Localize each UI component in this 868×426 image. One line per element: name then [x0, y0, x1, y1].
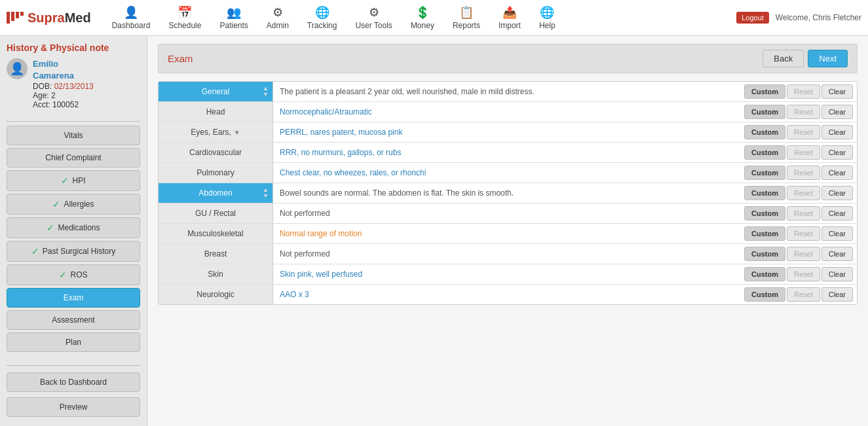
- clear-btn-neurologic[interactable]: Clear: [821, 287, 853, 302]
- sidebar-item-chief-complaint[interactable]: Chief Complaint: [7, 148, 140, 168]
- sidebar-item-hpi[interactable]: ✓HPI: [7, 170, 140, 191]
- exam-actions-gu-rectal: CustomResetClear: [740, 204, 857, 223]
- back-button[interactable]: Back: [763, 50, 804, 67]
- label-text-breast: Breast: [204, 249, 227, 258]
- sidebar-menu: VitalsChief Complaint✓HPI✓Allergies✓Medi…: [7, 126, 140, 355]
- exam-value-text-cardiovascular: RRR, no murmurs, gallops, or rubs: [280, 148, 401, 157]
- exam-label-general[interactable]: General▲▼: [159, 82, 273, 101]
- sidebar-item-past-surgical[interactable]: ✓Past Surgical History: [7, 241, 140, 262]
- clear-btn-breast[interactable]: Clear: [821, 247, 853, 261]
- custom-btn-head[interactable]: Custom: [744, 105, 785, 119]
- label-text-general: General: [202, 87, 230, 96]
- clear-btn-skin[interactable]: Clear: [821, 267, 853, 281]
- reset-btn-skin[interactable]: Reset: [787, 267, 820, 281]
- reset-btn-cardiovascular[interactable]: Reset: [787, 145, 820, 160]
- nav-item-help[interactable]: 🌐Help: [531, 3, 563, 33]
- patients-icon: 👥: [227, 5, 241, 20]
- custom-btn-abdomen[interactable]: Custom: [744, 186, 785, 200]
- nav-label-user-tools: User Tools: [355, 21, 392, 30]
- sidebar-item-plan[interactable]: Plan: [7, 332, 140, 352]
- sidebar-item-exam[interactable]: Exam: [7, 288, 140, 308]
- back-to-dashboard-button[interactable]: Back to Dashboard: [7, 372, 140, 392]
- label-text-pulmonary: Pulmonary: [197, 168, 234, 177]
- custom-btn-gu-rectal[interactable]: Custom: [744, 206, 785, 221]
- exam-label-head[interactable]: Head: [159, 102, 273, 122]
- nav-item-patients[interactable]: 👥Patients: [212, 3, 255, 33]
- custom-btn-musculoskeletal[interactable]: Custom: [744, 226, 785, 241]
- custom-btn-general[interactable]: Custom: [744, 84, 785, 99]
- exam-label-musculoskeletal[interactable]: Musculoskeletal: [159, 224, 273, 243]
- sidebar-item-assessment[interactable]: Assessment: [7, 310, 140, 330]
- reset-btn-abdomen[interactable]: Reset: [787, 186, 820, 200]
- sidebar-label-chief-complaint: Chief Complaint: [45, 153, 101, 162]
- reset-btn-musculoskeletal[interactable]: Reset: [787, 226, 820, 241]
- exam-label-gu-rectal[interactable]: GU / Rectal: [159, 204, 273, 223]
- clear-btn-head[interactable]: Clear: [821, 105, 853, 119]
- patient-details: Emilio Camarena DOB: 02/13/2013 Age: 2 A…: [33, 58, 94, 109]
- clear-btn-cardiovascular[interactable]: Clear: [821, 145, 853, 160]
- clear-btn-abdomen[interactable]: Clear: [821, 186, 853, 200]
- custom-btn-breast[interactable]: Custom: [744, 247, 785, 261]
- nav-item-reports[interactable]: 📋Reports: [445, 3, 488, 33]
- nav-label-schedule: Schedule: [168, 21, 201, 30]
- exam-row-cardiovascular: CardiovascularRRR, no murmurs, gallops, …: [159, 143, 857, 163]
- check-icon-medications: ✓: [47, 222, 54, 233]
- sidebar-item-allergies[interactable]: ✓Allergies: [7, 194, 140, 215]
- exam-actions-skin: CustomResetClear: [740, 264, 857, 284]
- sort-arrows-abdomen: ▲▼: [263, 187, 269, 199]
- exam-label-eyes-ears[interactable]: Eyes, Ears, ▼: [159, 122, 273, 142]
- nav-item-money[interactable]: 💲Money: [403, 3, 442, 33]
- sidebar-item-medications[interactable]: ✓Medications: [7, 217, 140, 238]
- exam-value-text-skin: Skin pink, well perfused: [280, 270, 362, 279]
- reset-btn-breast[interactable]: Reset: [787, 247, 820, 261]
- exam-value-text-eyes-ears: PERRL, nares patent, mucosa pink: [280, 128, 402, 137]
- clear-btn-eyes-ears[interactable]: Clear: [821, 125, 853, 139]
- reset-btn-general[interactable]: Reset: [787, 84, 820, 99]
- reset-btn-head[interactable]: Reset: [787, 105, 820, 119]
- nav-item-admin[interactable]: ⚙Admin: [259, 3, 297, 33]
- nav-item-import[interactable]: 📤Import: [491, 3, 529, 33]
- label-text-head: Head: [206, 107, 225, 116]
- exam-value-text-neurologic: AAO x 3: [280, 290, 309, 299]
- custom-btn-neurologic[interactable]: Custom: [744, 287, 785, 302]
- clear-btn-musculoskeletal[interactable]: Clear: [821, 226, 853, 241]
- welcome-text: Welcome, Chris Fletcher: [776, 13, 861, 22]
- check-icon-past-surgical: ✓: [31, 246, 39, 257]
- nav-item-user-tools[interactable]: ⚙User Tools: [347, 3, 400, 33]
- custom-btn-cardiovascular[interactable]: Custom: [744, 145, 785, 160]
- exam-label-neurologic[interactable]: Neurologic: [159, 285, 273, 304]
- clear-btn-pulmonary[interactable]: Clear: [821, 166, 853, 180]
- custom-btn-skin[interactable]: Custom: [744, 267, 785, 281]
- custom-btn-eyes-ears[interactable]: Custom: [744, 125, 785, 139]
- exam-label-pulmonary[interactable]: Pulmonary: [159, 163, 273, 183]
- clear-btn-general[interactable]: Clear: [821, 84, 853, 99]
- nav-item-tracking[interactable]: 🌐Tracking: [299, 3, 345, 33]
- sidebar-item-vitals[interactable]: Vitals: [7, 126, 140, 145]
- next-button[interactable]: Next: [808, 50, 848, 67]
- nav-label-help: Help: [539, 21, 556, 30]
- reports-icon: 📋: [459, 5, 474, 20]
- money-icon: 💲: [415, 5, 430, 20]
- clear-btn-gu-rectal[interactable]: Clear: [821, 206, 853, 221]
- nav-item-schedule[interactable]: 📅Schedule: [160, 3, 209, 33]
- logo-bars: [7, 12, 24, 24]
- exam-label-breast[interactable]: Breast: [159, 244, 273, 264]
- schedule-icon: 📅: [178, 5, 192, 20]
- sidebar-item-ros[interactable]: ✓ROS: [7, 264, 140, 285]
- nav-item-dashboard[interactable]: 👤Dashboard: [104, 3, 159, 33]
- logout-button[interactable]: Logout: [736, 12, 769, 24]
- reset-btn-eyes-ears[interactable]: Reset: [787, 125, 820, 139]
- exam-row-eyes-ears: Eyes, Ears, ▼ PERRL, nares patent, mucos…: [159, 122, 857, 143]
- exam-label-abdomen[interactable]: Abdomen▲▼: [159, 183, 273, 203]
- reset-btn-neurologic[interactable]: Reset: [787, 287, 820, 302]
- preview-button[interactable]: Preview: [7, 397, 140, 417]
- reset-btn-pulmonary[interactable]: Reset: [787, 166, 820, 180]
- dropdown-eyes-ears[interactable]: Eyes, Ears, ▼: [191, 128, 240, 137]
- patient-name: Emilio Camarena: [33, 58, 94, 82]
- exam-label-cardiovascular[interactable]: Cardiovascular: [159, 143, 273, 162]
- exam-label-skin[interactable]: Skin: [159, 264, 273, 284]
- exam-actions-pulmonary: CustomResetClear: [740, 163, 857, 183]
- exam-actions-head: CustomResetClear: [740, 102, 857, 122]
- custom-btn-pulmonary[interactable]: Custom: [744, 166, 785, 180]
- reset-btn-gu-rectal[interactable]: Reset: [787, 206, 820, 221]
